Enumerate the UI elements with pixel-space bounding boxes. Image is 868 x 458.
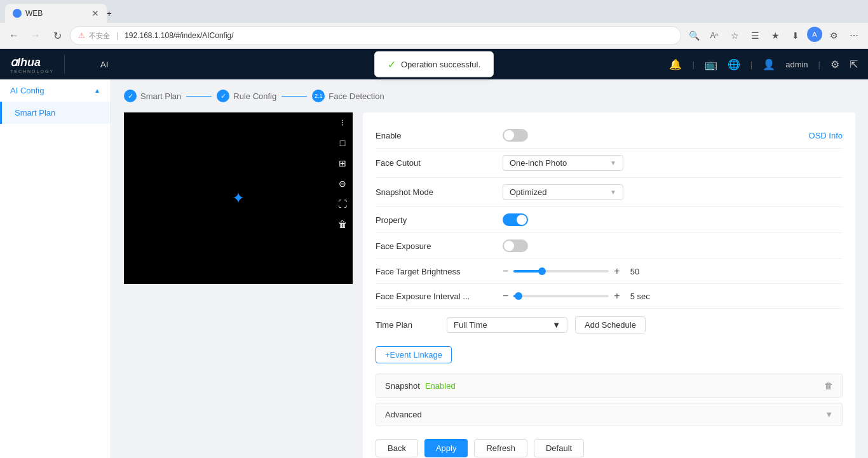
property-toggle[interactable] <box>503 213 528 226</box>
snapshot-status: Enabled <box>425 381 456 391</box>
face-exposure-toggle[interactable] <box>503 239 528 252</box>
warning-text: 不安全 <box>89 31 110 41</box>
time-plan-value: Full Time <box>454 320 487 330</box>
user-icon[interactable]: 👤 <box>763 58 775 71</box>
more-button[interactable]: ⋯ <box>845 27 863 44</box>
apply-button[interactable]: Apply <box>424 439 468 457</box>
time-plan-label: Time Plan <box>376 320 439 330</box>
property-toggle-knob <box>517 215 527 225</box>
breadcrumb-line-2 <box>281 96 307 97</box>
read-mode-button[interactable]: Aⁿ <box>705 27 723 44</box>
header-divider-1: | <box>692 60 694 69</box>
camera-btn-zoom[interactable]: ⊝ <box>332 173 353 194</box>
url-text[interactable]: 192.168.1.108/#/index/AIConfig/ <box>125 31 673 40</box>
browser-chrome: WEB ✕ + ← → ↻ ⚠ 不安全 | 192.168.1.108/#/in… <box>0 0 868 49</box>
globe-icon[interactable]: 🌐 <box>728 58 740 71</box>
snapshot-mode-select[interactable]: Optimized ▼ <box>503 184 623 200</box>
app-body: AI Config ▲ Smart Plan ✓ Smart Plan ✓ Ru… <box>0 79 868 458</box>
back-button[interactable]: ← <box>5 27 23 44</box>
snapshot-mode-control: Optimized ▼ <box>503 184 843 200</box>
face-brightness-track[interactable] <box>513 270 609 273</box>
snapshot-delete-button[interactable]: 🗑 <box>824 381 833 391</box>
snapshot-mode-value: Optimized <box>510 187 547 197</box>
app-header: ✓ Operation successful. ɑlhua TECHNOLOGY… <box>0 49 868 79</box>
header-divider-3: | <box>818 60 820 69</box>
address-separator: | <box>116 31 118 40</box>
downloads-button[interactable]: ⬇ <box>787 27 804 44</box>
sidebar-section-ai-config[interactable]: AI Config ▲ <box>0 79 111 102</box>
face-interval-track[interactable] <box>513 295 609 297</box>
face-interval-label: Face Exposure Interval ... <box>376 292 503 301</box>
time-plan-select[interactable]: Full Time ▼ <box>447 317 567 333</box>
snapshot-bar: Snapshot Enabled 🗑 <box>376 374 843 398</box>
property-label: Property <box>376 215 503 225</box>
sidebar-item-smart-plan[interactable]: Smart Plan <box>0 102 111 124</box>
advanced-bar[interactable]: Advanced ▼ <box>376 403 843 426</box>
face-interval-plus[interactable]: + <box>614 290 620 302</box>
gear-icon[interactable]: ⚙ <box>831 58 839 71</box>
step-label-2: Rule Config <box>233 91 276 101</box>
face-interval-control: − + 5 sec <box>503 290 843 302</box>
bookmark-button[interactable]: ☆ <box>726 27 743 44</box>
face-exposure-row: Face Exposure <box>376 233 843 259</box>
time-plan-row: Time Plan Full Time ▼ Add Schedule <box>376 309 843 341</box>
user-avatar[interactable]: A <box>807 27 822 42</box>
face-cutout-arrow: ▼ <box>610 159 616 166</box>
camera-btn-delete[interactable]: 🗑 <box>332 214 353 234</box>
toast-message: Operation successful. <box>401 60 480 69</box>
face-brightness-plus[interactable]: + <box>614 266 620 277</box>
back-button[interactable]: Back <box>376 439 418 457</box>
advanced-arrow-icon: ▼ <box>825 410 833 419</box>
toast-icon: ✓ <box>388 58 396 71</box>
default-button[interactable]: Default <box>534 439 584 457</box>
face-interval-minus[interactable]: − <box>503 290 508 302</box>
header-divider-2: | <box>750 60 752 69</box>
osd-info-link[interactable]: OSD Info <box>809 131 843 140</box>
face-brightness-label: Face Target Brightness <box>376 267 503 276</box>
reload-button[interactable]: ↻ <box>48 27 66 44</box>
face-cutout-select[interactable]: One-inch Photo ▼ <box>503 155 623 171</box>
browser-tab[interactable]: WEB ✕ <box>5 4 107 23</box>
tab-label: WEB <box>25 9 43 18</box>
browser-actions: 🔍 Aⁿ ☆ ☰ ★ ⬇ A ⚙ ⋯ <box>685 27 863 44</box>
panel-row: ✦ ⁝ □ ⊞ ⊝ ⛶ 🗑 Enable <box>124 112 855 458</box>
snapshot-mode-arrow: ▼ <box>610 189 616 196</box>
enable-control: OSD Info <box>503 129 843 142</box>
tab-close-button[interactable]: ✕ <box>92 8 99 18</box>
camera-btn-fullscreen[interactable]: ⛶ <box>332 194 353 214</box>
camera-btn-crop[interactable]: □ <box>332 133 353 153</box>
snapshot-label: Snapshot <box>385 381 420 391</box>
face-interval-thumb[interactable] <box>515 292 522 300</box>
face-brightness-minus[interactable]: − <box>503 266 508 277</box>
snapshot-mode-label: Snapshot Mode <box>376 187 503 197</box>
camera-btn-grid[interactable]: ⊞ <box>332 153 353 173</box>
header-right: 🔔 | 📺 🌐 | 👤 admin | ⚙ ⇱ <box>669 58 858 71</box>
bell-icon[interactable]: 🔔 <box>669 58 682 71</box>
forward-button[interactable]: → <box>27 27 44 44</box>
breadcrumb-line-1 <box>186 96 212 97</box>
favorites-button[interactable]: ★ <box>766 27 784 44</box>
settings-button[interactable]: ⚙ <box>825 27 843 44</box>
browser-tab-bar: WEB ✕ + <box>0 0 868 23</box>
camera-btn-expand[interactable]: ⁝ <box>332 112 353 133</box>
enable-toggle[interactable] <box>503 129 528 142</box>
new-tab-button[interactable]: + <box>107 9 112 18</box>
collections-button[interactable]: ☰ <box>746 27 764 44</box>
face-brightness-thumb[interactable] <box>538 267 546 275</box>
add-schedule-button[interactable]: Add Schedule <box>575 316 646 333</box>
nav-item-ai[interactable]: AI <box>100 57 108 72</box>
face-cutout-row: Face Cutout One-inch Photo ▼ <box>376 149 843 178</box>
address-bar[interactable]: ⚠ 不安全 | 192.168.1.108/#/index/AIConfig/ <box>70 26 681 45</box>
fullscreen-icon[interactable]: ⇱ <box>850 58 858 71</box>
search-button[interactable]: 🔍 <box>685 27 703 44</box>
property-row: Property <box>376 207 843 233</box>
camera-toolbar: ⁝ □ ⊞ ⊝ ⛶ 🗑 <box>332 112 353 234</box>
event-linkage-button[interactable]: +Event Linkage <box>376 346 452 363</box>
tab-favicon <box>13 9 22 18</box>
enable-row: Enable OSD Info <box>376 123 843 149</box>
face-cutout-label: Face Cutout <box>376 158 503 168</box>
property-control <box>503 213 843 226</box>
monitor-icon[interactable]: 📺 <box>705 58 717 71</box>
refresh-button[interactable]: Refresh <box>474 439 527 457</box>
step-circle-1: ✓ <box>124 90 137 102</box>
